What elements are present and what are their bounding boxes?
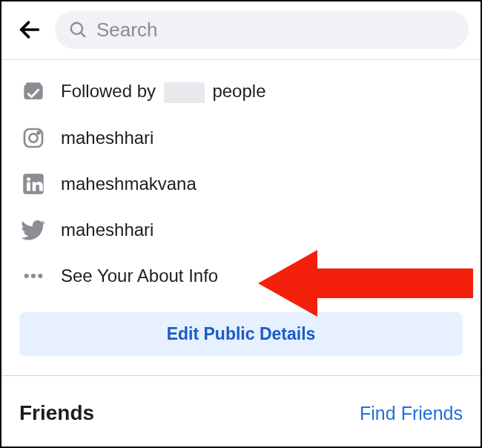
redacted-count bbox=[164, 82, 205, 103]
more-icon bbox=[21, 263, 46, 289]
about-section: Followed by people maheshhari maheshmakv… bbox=[1, 60, 481, 356]
linkedin-icon bbox=[21, 171, 46, 197]
svg-point-12 bbox=[31, 274, 36, 278]
friends-title: Friends bbox=[19, 401, 94, 425]
back-button[interactable] bbox=[15, 15, 44, 45]
twitter-icon bbox=[21, 217, 46, 243]
svg-line-2 bbox=[81, 33, 85, 36]
svg-point-6 bbox=[29, 134, 37, 142]
instagram-row[interactable]: maheshhari bbox=[1, 115, 481, 161]
followed-prefix: Followed by bbox=[61, 81, 156, 101]
svg-rect-3 bbox=[24, 85, 42, 99]
svg-point-11 bbox=[24, 274, 29, 278]
instagram-handle: maheshhari bbox=[61, 128, 153, 148]
followers-icon bbox=[21, 79, 46, 105]
see-about-info-row[interactable]: See Your About Info bbox=[1, 253, 481, 299]
friends-section-header: Friends Find Friends bbox=[1, 376, 481, 431]
search-input[interactable]: Search bbox=[55, 10, 469, 49]
followed-by-row[interactable]: Followed by people bbox=[1, 69, 481, 115]
linkedin-handle: maheshmakvana bbox=[61, 174, 197, 194]
back-arrow-icon bbox=[17, 17, 42, 42]
twitter-handle: maheshhari bbox=[61, 220, 153, 240]
followed-by-text: Followed by people bbox=[61, 81, 265, 103]
instagram-icon bbox=[21, 125, 46, 151]
twitter-row[interactable]: maheshhari bbox=[1, 207, 481, 253]
edit-public-details-button[interactable]: Edit Public Details bbox=[19, 312, 463, 356]
svg-point-9 bbox=[27, 177, 30, 181]
svg-rect-10 bbox=[27, 182, 30, 191]
edit-public-label: Edit Public Details bbox=[167, 324, 316, 343]
see-about-label: See Your About Info bbox=[61, 266, 218, 286]
svg-rect-4 bbox=[26, 82, 41, 85]
find-friends-link[interactable]: Find Friends bbox=[360, 403, 463, 424]
followed-suffix: people bbox=[212, 81, 265, 101]
svg-point-7 bbox=[38, 131, 40, 134]
header: Search bbox=[1, 1, 481, 59]
search-icon bbox=[68, 20, 88, 39]
svg-point-13 bbox=[38, 274, 42, 278]
linkedin-row[interactable]: maheshmakvana bbox=[1, 161, 481, 207]
search-placeholder: Search bbox=[96, 19, 157, 42]
